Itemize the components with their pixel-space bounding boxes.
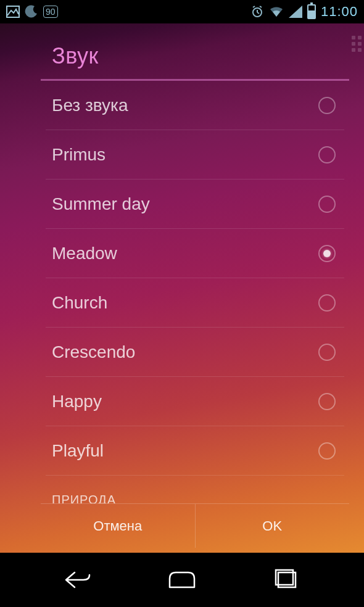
section-header-nature: ПРИРОДА [46,476,344,503]
radio-icon[interactable] [318,294,336,312]
svg-line-3 [257,12,259,14]
screen: Звук Без звука Primus Summer day Meadow … [0,23,364,553]
sound-option-label: Без звука [52,96,128,115]
status-left: 90 [6,5,58,19]
sound-option-label: Crescendo [52,342,135,362]
sound-option-label: Meadow [52,244,117,263]
overflow-icon[interactable] [352,36,362,52]
battery-percent-icon: 90 [43,6,58,18]
dialog-title: Звук [41,35,349,81]
svg-line-4 [253,6,255,7]
sound-option-meadow[interactable]: Meadow [46,229,344,278]
sound-option-summer-day[interactable]: Summer day [46,180,344,229]
status-bar: 90 11:00 [0,0,364,23]
signal-icon [289,6,302,18]
wifi-icon [269,6,284,18]
sound-dialog: Звук Без звука Primus Summer day Meadow … [41,35,349,548]
svg-line-5 [260,6,262,7]
svg-marker-6 [289,6,302,18]
sound-option-label: Primus [52,145,105,165]
back-button[interactable] [52,566,102,593]
radio-icon[interactable] [318,97,336,114]
sound-option-church[interactable]: Church [46,278,344,328]
radio-icon[interactable] [318,442,336,460]
sound-option-label: Playful [52,441,104,461]
sound-option-happy[interactable]: Happy [46,377,344,426]
home-button[interactable] [157,566,207,593]
radio-icon[interactable] [318,196,336,213]
dialog-buttons: Отмена OK [41,503,349,548]
sound-option-label: Summer day [52,194,150,214]
recent-apps-button[interactable] [262,566,312,593]
picture-icon [6,6,20,18]
sound-option-primus[interactable]: Primus [46,130,344,180]
clock: 11:00 [321,4,358,20]
sound-option-none[interactable]: Без звука [46,81,344,130]
sound-list[interactable]: Без звука Primus Summer day Meadow Churc… [41,81,349,503]
radio-icon[interactable] [318,245,336,262]
ok-button[interactable]: OK [195,504,350,548]
navigation-bar [0,553,364,607]
sound-option-label: Happy [52,392,102,411]
sound-option-playful[interactable]: Playful [46,426,344,476]
radio-icon[interactable] [318,344,336,361]
battery-icon [307,4,316,19]
cancel-button[interactable]: Отмена [41,504,195,548]
radio-icon[interactable] [318,146,336,163]
sound-option-label: Church [52,293,107,313]
alarm-icon [250,5,264,19]
night-mode-icon [25,5,38,19]
status-right: 11:00 [250,4,358,20]
radio-icon[interactable] [318,393,336,410]
sound-option-crescendo[interactable]: Crescendo [46,328,344,377]
